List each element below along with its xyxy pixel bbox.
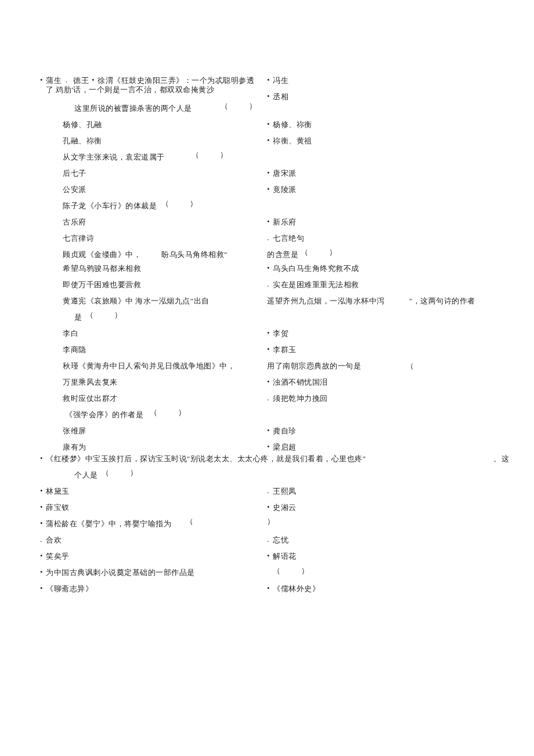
q8-prompt-cont: 个人是 — [74, 470, 98, 480]
q6-prompt-post: 用了南朝宗悫典故的一句是 — [267, 361, 361, 371]
q5-opt-b: 李贺 — [273, 328, 288, 339]
q1-opt-a: 杨修、孔融 — [63, 120, 102, 130]
q5-prompt-cont: 是 — [74, 312, 82, 323]
q5-prompt-mid: 遥望齐州九点烟，一泓海水杯中泻 — [267, 296, 385, 306]
q7-row2: 康有为 梁启超 — [0, 442, 534, 451]
q9-prompt: 蒲松龄在《婴宁》中，将婴宁喻指为 — [46, 519, 171, 529]
q8-opt-a: 林黛玉 — [46, 486, 70, 497]
q3-dot-d: . — [267, 233, 269, 243]
q5-prompt-cont-line: 是 （） — [0, 312, 534, 321]
q8-dot-b: . — [267, 486, 269, 495]
q6-paren-open: （ — [406, 361, 414, 371]
q1-opt-b: 杨修、祢衡 — [273, 120, 312, 130]
q7-paren: （） — [150, 407, 186, 418]
q6-prompt-pre: 秋瑾《黄海舟中日人索句并见日俄战争地图》中， — [63, 361, 235, 371]
q1-paren: （） — [221, 101, 257, 111]
q4-opt-d: 实在是困难重重无法相救 — [273, 280, 359, 290]
top-l2-left: 了 鸡肋'话，一个则是一言不治，都双双命掩黄沙 — [46, 85, 214, 95]
q4-row1: 希望乌鸦骏马都来相救 乌头白马生角终究救不成 — [0, 263, 534, 273]
q3-opt-c: 七言律诗 — [63, 233, 94, 244]
q4-row2: 即使万千困难也要营救 . 实在是困难重重无法相救 — [0, 280, 534, 289]
q4-prompt-post: 的含意是 — [267, 249, 298, 260]
q8-paren: （） — [102, 468, 138, 478]
q2-opt-d: 竟陵派 — [273, 185, 297, 195]
q2-paren: （） — [192, 150, 228, 160]
top-l1-dot: . — [66, 75, 68, 85]
q3-prompt: 陈子龙《小车行》的体裁是 — [63, 201, 157, 211]
q2-prompt-line: 从文学主张来说，袁宏道属于 （） — [0, 152, 534, 161]
q1-prompt: 这里所说的被曹操杀害的两个人是 — [74, 103, 192, 114]
q5-opt-c: 李商隐 — [63, 345, 86, 355]
q9-opt-d: 解语花 — [273, 551, 297, 562]
top-context: 蒲生 . 德王 徐渭《狂鼓史渔阳三弄》：一个为忒聪明参透 冯生 了 鸡肋'话，一… — [0, 75, 534, 103]
q7-prompt: 《强学会序》的作者是 — [65, 410, 143, 420]
q8-opt-c: 薛宝钗 — [46, 502, 70, 513]
q10-opt-a: 《聊斋志异》 — [46, 584, 93, 594]
q6-opt-b: 浊酒不销忧国泪 — [273, 377, 328, 388]
q1-row1: 杨修、孔融 杨修、祢衡 — [0, 120, 534, 129]
q9-opt-b: 忘忧 — [273, 535, 288, 545]
q8-prompt-post: 。这 — [493, 454, 509, 464]
q3-opt-d: 七言绝句 — [273, 233, 304, 244]
q10-row1: 《聊斋志异》 《儒林外史》 — [0, 584, 534, 593]
top-l1-right: 冯生 — [273, 75, 288, 86]
q2-opt-b: 唐宋派 — [273, 168, 297, 179]
q5-prompt-pre: 黄遵宪《哀旅顺》中 海水一泓烟九点"出自 — [63, 296, 210, 306]
q9-dot-b: . — [267, 535, 269, 544]
q4-opt-b: 乌头白马生角终究救不成 — [273, 263, 359, 274]
q6-row2: 救时应仗出群才 . 须把乾坤力挽回 — [0, 393, 534, 403]
top-l2-right: 丞相 — [273, 92, 288, 102]
q7-opt-a: 张维屏 — [63, 426, 86, 436]
q8-prompt-pre: 《红楼梦》中宝玉挨打后，探访宝玉时说"别说老太太、太太心疼，就是我们看着，心里也… — [46, 454, 366, 464]
q8-prompt-line: 《红楼梦》中宝玉挨打后，探访宝玉时说"别说老太太、太太心疼，就是我们看着，心里也… — [0, 454, 534, 463]
q9-row2: 笑矣乎 解语花 — [0, 551, 534, 560]
q4-prompt-line: 顾贞观《金缕曲》中， 盼乌头马角终相救" 的含意是 （） — [0, 249, 534, 259]
q4-paren: （） — [301, 247, 337, 258]
q2-opt-a: 后七子 — [63, 168, 86, 179]
q2-row2: 公安派 竟陵派 — [0, 185, 534, 194]
q4-dot-d: . — [267, 280, 269, 289]
q3-prompt-line: 陈子龙《小车行》的体裁是 （） — [0, 201, 534, 210]
q10-prompt: 为中国古典讽刺小说奠定基础的一部作品是 — [46, 567, 195, 578]
q6-prompt-line: 秋瑾《黄海舟中日人索句并见日俄战争地图》中， 用了南朝宗悫典故的一句是 （ — [0, 361, 534, 370]
q8-opt-d: 史湘云 — [273, 502, 297, 513]
q1-row2: 孔融、祢衡 祢衡、黄祖 — [0, 136, 534, 145]
q9-row1: . 合欢 . 忘忧 — [0, 535, 534, 544]
q3-row1: 古乐府 新乐府 — [0, 217, 534, 226]
q6-opt-a: 万里乘风去复来 — [63, 377, 118, 388]
q7-opt-c: 康有为 — [63, 442, 86, 453]
q9-prompt-line: 蒲松龄在《婴宁》中，将婴宁喻指为 （ ） — [0, 519, 534, 528]
q5-row1: 李白 李贺 — [0, 328, 534, 338]
q10-prompt-line: 为中国古典讽刺小说奠定基础的一部作品是 （） — [0, 567, 534, 577]
q2-row1: 后七子 唐宋派 — [0, 168, 534, 178]
q4-prompt-pre: 顾贞观《金缕曲》中， — [63, 249, 141, 260]
q2-opt-c: 公安派 — [63, 185, 86, 195]
q9-paren-open: （ — [186, 516, 193, 527]
q10-opt-b: 《儒林外史》 — [273, 584, 320, 594]
q5-opt-a: 李白 — [63, 328, 78, 339]
q4-opt-c: 即使万千困难也要营救 — [63, 280, 141, 290]
q3-row2: 七言律诗 . 七言绝句 — [0, 233, 534, 243]
q7-opt-b: 龚自珍 — [273, 426, 297, 436]
q7-opt-d: 梁启超 — [273, 442, 297, 453]
q4-opt-a: 希望乌鸦骏马都来相救 — [63, 263, 141, 274]
q8-opt-b: 王熙凤 — [273, 486, 297, 497]
q1-opt-c: 孔融、祢衡 — [63, 136, 102, 146]
q6-dot-d: . — [267, 393, 269, 403]
q5-row2: 李商隐 李群玉 — [0, 345, 534, 354]
q7-prompt-line: 《强学会序》的作者是 （） — [0, 410, 534, 419]
q9-paren-close: ） — [267, 516, 275, 527]
q8-prompt-cont-line: 个人是 （） — [0, 470, 534, 479]
q5-paren: （） — [86, 310, 122, 320]
q10-paren: （） — [273, 566, 309, 576]
q6-opt-d: 须把乾坤力挽回 — [273, 393, 328, 404]
q5-prompt-line: 黄遵宪《哀旅顺》中 海水一泓烟九点"出自 遥望齐州九点烟，一泓海水杯中泻 "，这… — [0, 296, 534, 305]
q8-row2: 薛宝钗 史湘云 — [0, 502, 534, 512]
q8-row1: 林黛玉 . 王熙凤 — [0, 486, 534, 495]
q4-prompt-quote: 盼乌头马角终相救" — [161, 249, 228, 260]
q1-prompt-line: 这里所说的被曹操杀害的两个人是 （） — [0, 103, 534, 113]
q9-opt-a: 合欢 — [46, 535, 62, 545]
q2-prompt: 从文学主张来说，袁宏道属于 — [63, 152, 165, 162]
q9-opt-c: 笑矣乎 — [46, 551, 70, 562]
q9-dot-a: . — [40, 535, 42, 544]
